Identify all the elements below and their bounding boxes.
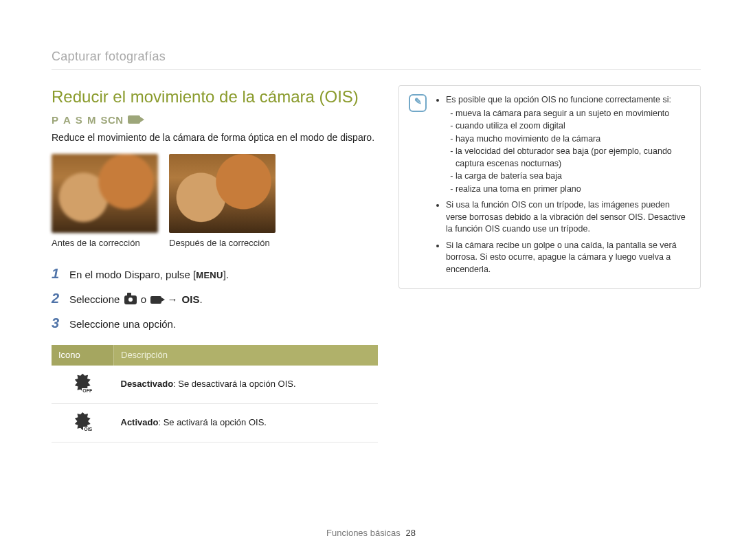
step-text: Seleccione o → OIS. xyxy=(69,292,203,306)
step-number: 2 xyxy=(52,289,63,308)
footer-page-number: 28 xyxy=(405,528,415,538)
ois-on-icon-cell: OIS xyxy=(52,403,114,442)
options-table: Icono Descripción OFF Desactivado: Se de… xyxy=(52,345,378,443)
step-text: Seleccione una opción. xyxy=(69,317,176,331)
ois-off-sub: OFF xyxy=(82,388,93,393)
steps-list: 1 En el modo Disparo, pulse [MENU]. 2 Se… xyxy=(52,264,378,333)
note-item-1: Es posible que la opción OIS no funcione… xyxy=(446,94,689,195)
page-footer: Funciones básicas 28 xyxy=(0,527,742,539)
caption-after: Después de la corrección xyxy=(169,237,276,249)
ois-off-desc: Desactivado: Se desactivará la opción OI… xyxy=(114,366,379,404)
step-2-target: OIS xyxy=(182,293,200,305)
ois-off-icon-cell: OFF xyxy=(52,366,114,404)
note-sub-5: la carga de batería sea baja xyxy=(456,170,689,183)
ois-on-sub: OIS xyxy=(83,427,93,432)
note-item-3: Si la cámara recibe un golpe o una caída… xyxy=(446,240,689,276)
note-sub-1: mueva la cámara para seguir a un sujeto … xyxy=(456,108,689,120)
note-sub-2: cuando utiliza el zoom digital xyxy=(456,120,689,133)
menu-button-label: MENU xyxy=(196,269,223,282)
note-sub-6: realiza una toma en primer plano xyxy=(456,183,689,196)
mode-a: A xyxy=(63,113,71,127)
step-3: 3 Seleccione una opción. xyxy=(52,313,378,333)
camera-icon xyxy=(124,295,137,304)
footer-section: Funciones básicas xyxy=(326,528,401,538)
step-2-suffix: . xyxy=(199,293,202,305)
th-description: Descripción xyxy=(114,345,379,366)
image-before-correction xyxy=(52,154,158,233)
step-number: 1 xyxy=(52,264,63,283)
ois-off-icon: OFF xyxy=(74,374,91,392)
ois-on-text: : Se activará la opción OIS. xyxy=(158,417,267,427)
mode-s: S xyxy=(76,113,83,127)
breadcrumb: Capturar fotografías xyxy=(52,48,701,70)
ois-off-text: : Se desactivará la opción OIS. xyxy=(173,379,295,389)
mode-scn: SCN xyxy=(100,113,123,127)
ois-on-label: Activado xyxy=(121,417,159,427)
step-text: En el modo Disparo, pulse [MENU]. xyxy=(69,267,229,282)
note-item-1-text: Es posible que la opción OIS no funcione… xyxy=(446,95,671,104)
step-1-suffix: ]. xyxy=(223,269,229,280)
image-after-correction xyxy=(169,154,276,233)
note-sub-4: la velocidad del obturador sea baja (por… xyxy=(456,146,689,170)
intro-text: Reduce el movimiento de la cámara de for… xyxy=(52,131,378,145)
step-number: 3 xyxy=(52,313,63,333)
mode-p: P xyxy=(52,113,59,127)
step-1: 1 En el modo Disparo, pulse [MENU]. xyxy=(52,264,378,283)
page-title: Reducir el movimiento de la cámara (OIS) xyxy=(52,85,378,109)
ois-off-label: Desactivado xyxy=(121,379,174,389)
ois-on-icon: OIS xyxy=(74,412,91,430)
caption-before: Antes de la corrección xyxy=(52,237,158,249)
note-icon: ✎ xyxy=(409,94,427,112)
note-list: Es posible que la opción OIS no funcione… xyxy=(435,94,689,280)
step-1-prefix: En el modo Disparo, pulse [ xyxy=(69,269,196,280)
video-mode-icon xyxy=(128,115,140,124)
table-row: OFF Desactivado: Se desactivará la opció… xyxy=(52,366,378,404)
note-item-2: Si usa la función OIS con un trípode, la… xyxy=(446,199,689,236)
video-icon xyxy=(150,296,161,304)
step-2-prefix: Seleccione xyxy=(69,293,123,305)
note-sub-3: haya mucho movimiento de la cámara xyxy=(456,133,689,146)
table-row: OIS Activado: Se activará la opción OIS. xyxy=(52,403,378,442)
mode-indicators: P A S M SCN xyxy=(52,113,378,127)
example-images xyxy=(52,154,378,233)
step-2-connector: o xyxy=(138,293,150,305)
ois-on-desc: Activado: Se activará la opción OIS. xyxy=(114,403,379,442)
mode-m: M xyxy=(87,113,97,127)
th-icon: Icono xyxy=(52,345,114,366)
arrow-icon: → xyxy=(167,293,177,305)
step-2: 2 Seleccione o → OIS. xyxy=(52,289,378,308)
note-box: ✎ Es posible que la opción OIS no funcio… xyxy=(398,85,701,289)
